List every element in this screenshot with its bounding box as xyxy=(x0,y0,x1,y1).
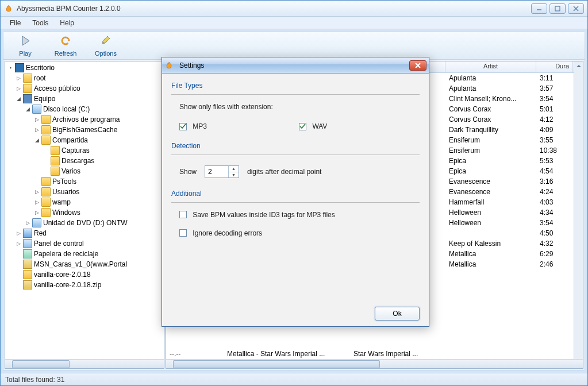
expander-icon[interactable]: ◢ xyxy=(16,96,21,102)
svg-point-4 xyxy=(102,42,105,44)
cell-artist: Helloween xyxy=(445,209,536,217)
tree-hscrollbar[interactable] xyxy=(5,359,164,368)
tree-node[interactable]: ▷wamp xyxy=(5,197,164,207)
cell-artist: Corvus Corax xyxy=(445,115,536,123)
folder-tree[interactable]: ▪Escritorio▷root▷Acceso público◢Equipo◢D… xyxy=(5,61,164,369)
dialog-close-button[interactable] xyxy=(409,60,426,71)
tree-node[interactable]: vanilla-core-2.0.18.zip xyxy=(5,280,164,290)
tree-label: Papelera de reciclaje xyxy=(34,250,98,258)
tree-node[interactable]: ▷root xyxy=(5,73,164,83)
cell-dura: 5:01 xyxy=(536,105,573,113)
cell-artist: Evanescence xyxy=(445,188,536,196)
show-label: Show xyxy=(179,168,197,176)
expander-icon[interactable]: ▷ xyxy=(16,86,21,91)
maximize-button[interactable] xyxy=(549,3,566,14)
folder-icon xyxy=(41,125,51,134)
cell-dura: 3:55 xyxy=(536,136,573,144)
cell-dura: 3:11 xyxy=(536,74,573,82)
cell-artist: Dark Tranquillity xyxy=(445,126,536,134)
statusbar: Total files found: 31 xyxy=(1,373,587,385)
drive-icon xyxy=(32,218,41,227)
tree-node[interactable]: ▷Red xyxy=(5,228,164,238)
cell-artist: Keep of Kalessin xyxy=(445,240,536,248)
menubar: File Tools Help xyxy=(1,17,587,29)
status-text: Total files found: 31 xyxy=(5,376,64,384)
menu-help[interactable]: Help xyxy=(55,18,79,28)
tree-node[interactable]: Varios xyxy=(5,166,164,176)
tree-node[interactable]: Descargas xyxy=(5,156,164,166)
recycle-icon xyxy=(23,249,32,258)
cell-dura: 3:57 xyxy=(536,84,573,92)
drive-icon xyxy=(32,105,41,114)
tree-node[interactable]: Papelera de reciclaje xyxy=(5,249,164,259)
tree-node[interactable]: ▪Escritorio xyxy=(5,63,164,73)
cell-dura: 4:34 xyxy=(536,209,573,217)
expander-icon[interactable]: ◢ xyxy=(25,106,30,112)
minimize-button[interactable] xyxy=(531,3,547,14)
cell-artist: Corvus Corax xyxy=(445,105,536,113)
expander-icon[interactable]: ▷ xyxy=(34,199,40,205)
ok-button[interactable]: Ok xyxy=(375,307,420,321)
tree-node[interactable]: ◢Equipo xyxy=(5,94,164,104)
list-vscrollbar[interactable] xyxy=(574,61,583,359)
checkbox-ignore-errors[interactable]: Ignore decoding errors xyxy=(179,229,420,237)
col-artist[interactable]: Artist xyxy=(445,61,536,72)
cell-artist: Hammerfall xyxy=(445,198,536,206)
cell-dura: 3:16 xyxy=(536,177,573,186)
expander-icon[interactable]: ▷ xyxy=(25,220,30,226)
tree-node[interactable]: MSN_Caras_v1_0(www.Portal xyxy=(5,259,164,269)
expander-icon[interactable]: ▷ xyxy=(16,241,21,246)
tree-label: Disco local (C:) xyxy=(43,105,90,113)
tree-node[interactable]: ▷Acceso público xyxy=(5,83,164,94)
tree-node[interactable]: vanilla-core-2.0.18 xyxy=(5,269,164,280)
checkbox-wav[interactable]: WAV xyxy=(299,122,327,130)
tree-label: BigFishGamesCache xyxy=(52,126,117,134)
tree-node[interactable]: ▷Unidad de DVD (D:) ONTW xyxy=(5,218,164,228)
expander-icon[interactable]: ▷ xyxy=(34,210,40,215)
digits-input[interactable] xyxy=(205,166,228,177)
checkbox-mp3[interactable]: MP3 xyxy=(179,122,207,130)
expander-icon[interactable]: ▷ xyxy=(16,230,21,236)
cell-dura: 4:24 xyxy=(536,188,573,196)
expander-icon[interactable]: ▷ xyxy=(16,75,21,81)
tree-node[interactable]: Capturas xyxy=(5,145,164,156)
digits-stepper[interactable]: ▲ ▼ xyxy=(205,165,239,178)
tree-node[interactable]: ▷Usuarios xyxy=(5,187,164,197)
expander-icon[interactable]: ▪ xyxy=(7,65,13,71)
expander-icon[interactable]: ◢ xyxy=(34,137,40,143)
cell-artist: Ensiferum xyxy=(445,136,536,144)
refresh-button[interactable]: Refresh xyxy=(48,34,83,57)
menu-tools[interactable]: Tools xyxy=(28,18,53,28)
list-row-bottom[interactable]: --.-- Metallica - Star Wars Imperial ...… xyxy=(166,349,574,359)
toolbar: Play Refresh Options xyxy=(3,32,585,60)
app-title: Abyssmedia BPM Counter 1.2.0.0 xyxy=(17,5,531,13)
expander-icon[interactable]: ▷ xyxy=(34,117,40,122)
tree-node[interactable]: ◢Compartida xyxy=(5,135,164,145)
tree-node[interactable]: ▷BigFishGamesCache xyxy=(5,125,164,135)
tree-node[interactable]: ▷Archivos de programa xyxy=(5,114,164,125)
spin-up[interactable]: ▲ xyxy=(229,166,239,172)
options-button[interactable]: Options xyxy=(89,34,123,57)
tree-label: Acceso público xyxy=(34,84,80,92)
expander-icon[interactable]: ▷ xyxy=(34,127,40,133)
close-button[interactable] xyxy=(568,3,584,14)
folder-icon xyxy=(41,198,51,207)
expander-icon[interactable]: ▷ xyxy=(34,189,40,195)
network-icon xyxy=(23,229,32,238)
dialog-title: Settings xyxy=(177,61,409,70)
computer-icon xyxy=(23,94,32,103)
list-hscrollbar[interactable] xyxy=(166,359,583,368)
checkbox-save-bpm[interactable]: Save BPM values inside ID3 tags for MP3 … xyxy=(179,211,420,219)
col-dura[interactable]: Dura xyxy=(536,61,573,72)
spin-down[interactable]: ▼ xyxy=(229,172,239,178)
menu-file[interactable]: File xyxy=(5,18,25,28)
tree-node[interactable]: ▷Panel de control xyxy=(5,238,164,249)
play-button[interactable]: Play xyxy=(8,34,43,57)
cell-dura: 10:38 xyxy=(536,146,573,155)
tree-node[interactable]: ▷Windows xyxy=(5,207,164,218)
tree-label: vanilla-core-2.0.18.zip xyxy=(34,281,101,289)
tree-node[interactable]: ◢Disco local (C:) xyxy=(5,104,164,114)
dialog-titlebar: Settings xyxy=(162,57,429,74)
tree-node[interactable]: PsTools xyxy=(5,176,164,187)
tree-label: Panel de control xyxy=(34,240,84,248)
